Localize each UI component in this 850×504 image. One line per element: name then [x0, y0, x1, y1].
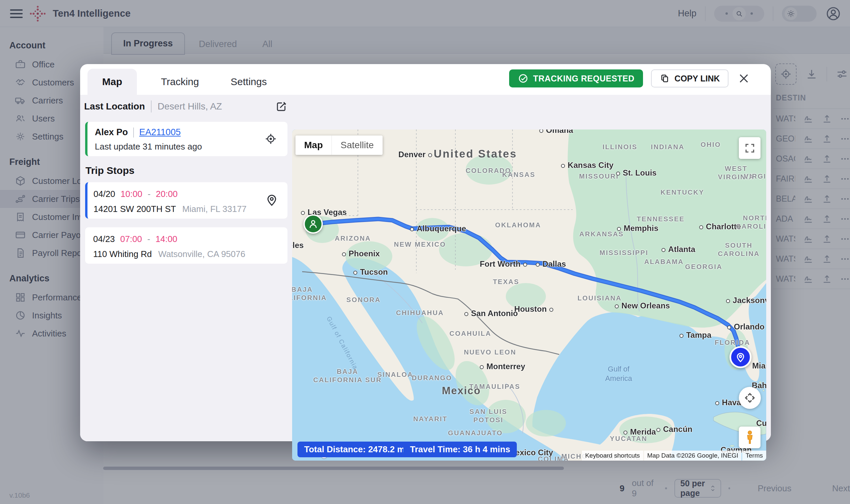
last-location-label: Last Location	[84, 101, 145, 112]
stop-date: 04/23	[93, 234, 115, 244]
map-attribution: Keyboard shortcuts Map Data ©2026 Google…	[582, 451, 766, 461]
dash: -	[147, 234, 150, 244]
last-update-text: Last update 31 minutes ago	[95, 142, 281, 152]
trip-stop-card[interactable]: 04/20 10:00 - 20:00 14201 SW 200TH ST Mi…	[85, 182, 287, 219]
driver-location-marker[interactable]	[304, 214, 323, 234]
copy-icon	[660, 73, 670, 84]
trip-id-link[interactable]: EA211005	[139, 127, 181, 138]
tracking-requested-button[interactable]: TRACKING REQUESTED	[509, 69, 643, 87]
stop-date: 04/20	[93, 189, 115, 199]
modal-tab-tracking[interactable]: Tracking	[151, 69, 208, 95]
trip-stops-list: 04/20 10:00 - 20:00 14201 SW 200TH ST Mi…	[85, 182, 287, 272]
pin-icon	[735, 351, 746, 363]
app-root: Ten4 Intelligence Help Ac	[0, 0, 850, 504]
stop-city: Miami, FL 33177	[182, 204, 247, 214]
close-icon[interactable]	[737, 71, 751, 86]
trip-stops-title: Trip Stops	[86, 165, 134, 176]
trip-stop-card[interactable]: 04/23 07:00 - 14:00 110 Whiting Rd Watso…	[85, 227, 287, 264]
divider	[133, 127, 134, 138]
attribution-item[interactable]: Map Data ©2026 Google, INEGI	[644, 451, 742, 461]
trip-map-modal: Map Tracking Settings TRACKING REQUESTED…	[80, 64, 771, 441]
map-type-button[interactable]: Satellite	[331, 136, 383, 155]
edit-location-icon[interactable]	[275, 101, 287, 112]
modal-tab-map[interactable]: Map	[88, 69, 137, 95]
map-pin-icon[interactable]	[265, 193, 279, 208]
travel-time-badge: Travel Time: 36 h 4 mins	[403, 442, 517, 457]
copy-link-button[interactable]: COPY LINK	[651, 69, 728, 87]
attribution-item[interactable]: Keyboard shortcuts	[582, 451, 643, 461]
last-location-row: Last Location Desert Hills, AZ	[84, 97, 287, 115]
modal-body: Last Location Desert Hills, AZ Alex Po E…	[80, 95, 771, 441]
check-circle-icon	[518, 73, 528, 84]
map-type-control: Map Satellite	[295, 136, 383, 155]
modal-tab-settings[interactable]: Settings	[220, 69, 277, 95]
stop-start-time: 10:00	[121, 189, 142, 199]
pan-control-icon[interactable]	[739, 387, 761, 409]
map-canvas[interactable]: United States Denver UTAH COLORADO Las V…	[292, 129, 766, 461]
total-distance-badge: Total Distance: 2478.2 mi	[297, 442, 414, 457]
stop-city: Watsonville, CA 95076	[158, 249, 246, 259]
destination-marker[interactable]	[729, 346, 752, 368]
stop-address: 110 Whiting Rd	[93, 249, 152, 259]
driver-card: Alex Po EA211005 Last update 31 minutes …	[85, 122, 287, 156]
stop-end-time: 20:00	[156, 189, 178, 199]
map-type-button[interactable]: Map	[295, 136, 331, 155]
fullscreen-icon[interactable]	[739, 137, 761, 159]
dash: -	[148, 189, 150, 199]
last-location-value: Desert Hills, AZ	[158, 101, 275, 112]
driver-name: Alex Po	[95, 127, 128, 138]
stop-end-time: 14:00	[156, 234, 177, 244]
person-icon	[307, 218, 319, 230]
divider	[151, 101, 151, 112]
locate-driver-icon[interactable]	[264, 132, 277, 145]
stop-address: 14201 SW 200TH ST	[93, 204, 176, 214]
attribution-item[interactable]: Terms	[742, 451, 766, 461]
stop-start-time: 07:00	[120, 234, 142, 244]
pegman-icon[interactable]	[739, 427, 761, 448]
map-base-art	[292, 129, 766, 461]
